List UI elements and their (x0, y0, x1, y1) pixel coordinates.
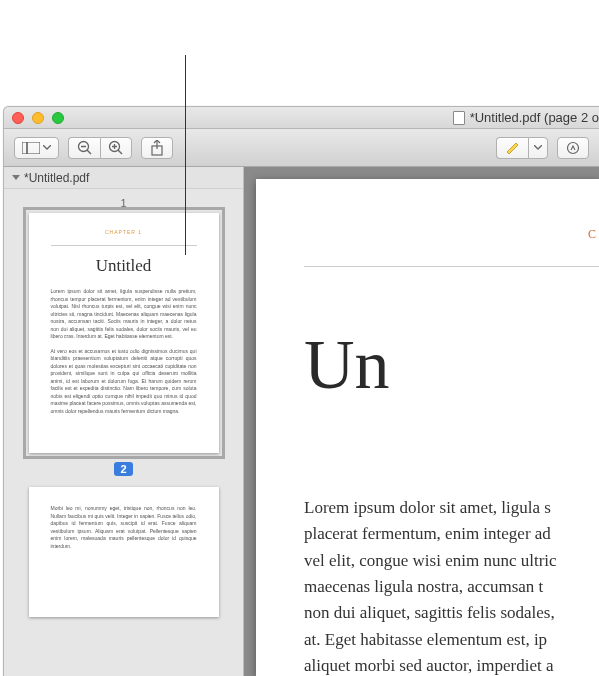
thumbnail-list[interactable]: 1 CHAPTER 1 Untitled Lorem ipsum dolor s… (4, 189, 243, 676)
markup-toolbar-button[interactable] (557, 137, 589, 159)
maximize-window-button[interactable] (52, 112, 64, 124)
thumb-chapter-label: CHAPTER 1 (51, 229, 197, 235)
sidebar-filename: *Untitled.pdf (24, 171, 89, 185)
thumb-para-2: At vero eos et accusamus et iusto odio d… (51, 348, 197, 416)
page-content: C Un Lorem ipsum dolor sit amet, ligula … (256, 179, 599, 676)
sidebar-layout-icon (22, 142, 40, 154)
zoom-out-button[interactable] (68, 137, 100, 159)
pencil-tip-icon (565, 141, 581, 155)
page-body-text: Lorem ipsum dolor sit amet, ligula s pla… (304, 495, 599, 676)
page-rule (304, 266, 599, 267)
highlighter-icon (505, 141, 521, 155)
thumb-body-text: Lorem ipsum dolor sit amet, ligula suspe… (51, 288, 197, 415)
share-button[interactable] (141, 137, 173, 159)
zoom-out-icon (77, 140, 93, 156)
highlight-dropdown[interactable] (528, 137, 548, 159)
thumbnails-sidebar: *Untitled.pdf 1 CHAPTER 1 Untitled Lorem… (4, 167, 244, 676)
content-area: *Untitled.pdf 1 CHAPTER 1 Untitled Lorem… (4, 167, 599, 676)
thumb-para-1: Lorem ipsum dolor sit amet, ligula suspe… (51, 288, 197, 341)
svg-point-11 (568, 142, 579, 153)
toolbar (4, 129, 599, 167)
chevron-down-icon (43, 145, 51, 150)
page-badge-wrap: 2 (4, 459, 243, 477)
zoom-in-icon (108, 140, 124, 156)
thumb-rule (51, 245, 197, 246)
thumb-title: Untitled (51, 256, 197, 276)
close-window-button[interactable] (12, 112, 24, 124)
callout-indicator-line (185, 55, 186, 255)
svg-rect-1 (27, 142, 40, 154)
window-title: *Untitled.pdf (page 2 o (470, 110, 599, 125)
titlebar[interactable]: *Untitled.pdf (page 2 o (4, 107, 599, 129)
page-chapter-label: C (304, 227, 599, 242)
thumb3-body-text: Morbi leo mi, nonummy eget, tristique no… (51, 505, 197, 550)
view-mode-button[interactable] (14, 137, 59, 159)
window-title-wrap: *Untitled.pdf (page 2 o (453, 110, 599, 125)
zoom-group (68, 137, 132, 159)
minimize-window-button[interactable] (32, 112, 44, 124)
sidebar-header[interactable]: *Untitled.pdf (4, 167, 243, 189)
disclosure-triangle-icon[interactable] (12, 175, 20, 180)
zoom-in-button[interactable] (100, 137, 132, 159)
preview-window: *Untitled.pdf (page 2 o (3, 106, 599, 676)
document-icon (453, 111, 465, 125)
page-thumbnail-2[interactable]: CHAPTER 1 Untitled Lorem ipsum dolor sit… (29, 213, 219, 453)
page-thumbnail-3[interactable]: Morbi leo mi, nonummy eget, tristique no… (29, 487, 219, 617)
svg-line-3 (87, 150, 91, 154)
page-number-label: 1 (4, 197, 243, 209)
selected-page-badge: 2 (114, 462, 132, 476)
chevron-down-icon (534, 145, 542, 150)
markup-group (496, 137, 548, 159)
svg-line-6 (118, 150, 122, 154)
page-title: Un (304, 325, 599, 405)
window-controls (12, 112, 64, 124)
main-viewer[interactable]: C Un Lorem ipsum dolor sit amet, ligula … (244, 167, 599, 676)
share-icon (150, 140, 164, 156)
highlight-button[interactable] (496, 137, 528, 159)
svg-rect-0 (22, 142, 27, 154)
